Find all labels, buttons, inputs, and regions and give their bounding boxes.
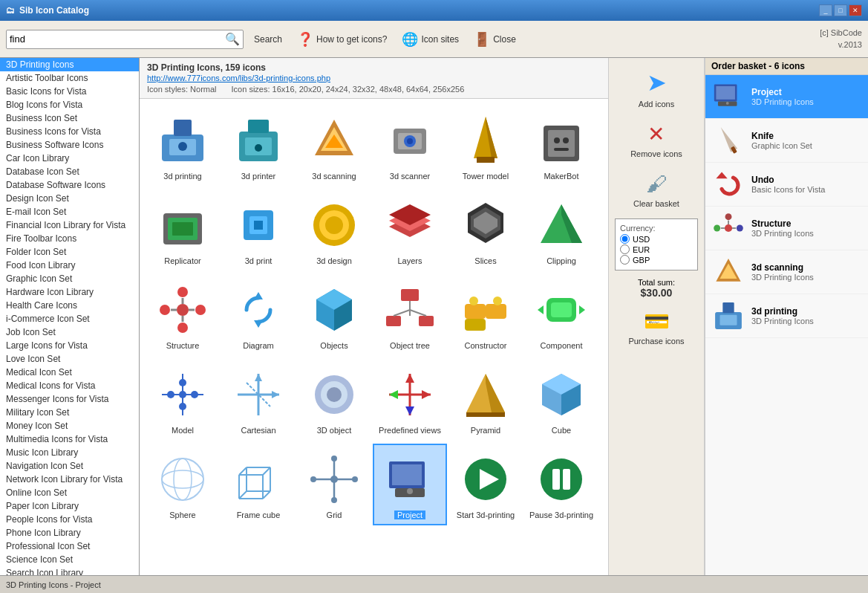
clear-basket-button[interactable]: 🖌 Clear basket <box>630 169 682 211</box>
sidebar-item[interactable]: Business Icons for Vista <box>0 125 139 138</box>
sidebar-item[interactable]: People Icons for Vista <box>0 513 139 526</box>
icon-item[interactable]: Sphere <box>146 444 220 525</box>
sidebar-item[interactable]: Search Icon Library <box>0 566 139 575</box>
icon-item[interactable]: Pause 3d-printing <box>524 444 598 525</box>
icon-item[interactable]: Cube <box>524 359 598 441</box>
sidebar[interactable]: 3D Printing IconsArtistic Toolbar IconsB… <box>0 58 140 575</box>
basket-item[interactable]: Structure3D Printing Icons <box>705 207 868 250</box>
search-button[interactable]: Search <box>249 31 287 48</box>
sidebar-item[interactable]: Messenger Icons for Vista <box>0 392 139 406</box>
howto-button[interactable]: ❓ How to get icons? <box>293 28 391 51</box>
sidebar-item[interactable]: Large Icons for Vista <box>0 339 139 352</box>
usd-option[interactable]: USD <box>620 234 693 244</box>
sidebar-item[interactable]: Basic Icons for Vista <box>0 85 139 98</box>
sidebar-item[interactable]: Military Icon Set <box>0 406 139 419</box>
remove-icons-button[interactable]: ✕ Remove icons <box>627 119 685 161</box>
sidebar-item[interactable]: 3D Printing Icons <box>0 58 139 71</box>
icon-item[interactable]: Grid <box>297 444 371 525</box>
icon-item[interactable]: 3d printing <box>146 105 220 187</box>
gbp-option[interactable]: GBP <box>620 255 693 265</box>
icon-item[interactable]: 3D object <box>297 359 371 441</box>
gbp-radio[interactable] <box>620 255 630 265</box>
sidebar-item[interactable]: Network Icon Library for Vista <box>0 473 139 486</box>
icon-item[interactable]: Constructor <box>448 274 523 356</box>
close-button[interactable]: 🚪 Close <box>469 28 521 51</box>
sidebar-item[interactable]: Science Icon Set <box>0 553 139 566</box>
icon-item[interactable]: Cartesian <box>221 359 296 441</box>
icon-item[interactable]: Slices <box>448 189 523 271</box>
icon-item[interactable]: 3d print <box>221 189 296 271</box>
eur-option[interactable]: EUR <box>620 244 693 254</box>
icon-item[interactable]: 3d printer <box>221 105 296 187</box>
sidebar-item[interactable]: Health Care Icons <box>0 299 139 312</box>
sidebar-item[interactable]: Multimedia Icons for Vista <box>0 432 139 446</box>
sidebar-item[interactable]: Business Software Icons <box>0 138 139 152</box>
icon-item[interactable]: Pyramid <box>448 359 523 441</box>
icon-item[interactable]: Replicator <box>146 189 220 271</box>
basket-item[interactable]: 3d printing3D Printing Icons <box>705 294 868 338</box>
sidebar-item[interactable]: Database Software Icons <box>0 178 139 192</box>
sidebar-item[interactable]: Phone Icon Library <box>0 526 139 539</box>
sidebar-item[interactable]: Folder Icon Set <box>0 245 139 259</box>
sidebar-item[interactable]: Job Icon Set <box>0 325 139 339</box>
sidebar-item[interactable]: E-mail Icon Set <box>0 205 139 218</box>
sidebar-item[interactable]: Database Icon Set <box>0 165 139 178</box>
sidebar-item[interactable]: Fire Toolbar Icons <box>0 232 139 245</box>
sidebar-item[interactable]: Medical Icons for Vista <box>0 379 139 392</box>
sidebar-item[interactable]: Money Icon Set <box>0 419 139 432</box>
eur-radio[interactable] <box>620 244 630 254</box>
sidebar-item[interactable]: Business Icon Set <box>0 111 139 125</box>
sidebar-item[interactable]: Design Icon Set <box>0 192 139 205</box>
icon-label: 3d printer <box>241 172 275 181</box>
icon-item[interactable]: 3d scanning <box>297 105 371 187</box>
icon-item[interactable]: Start 3d-printing <box>448 444 523 525</box>
sidebar-item[interactable]: Hardware Icon Library <box>0 285 139 299</box>
sidebar-item[interactable]: Car Icon Library <box>0 152 139 165</box>
basket-item-info: 3d scanning3D Printing Icons <box>751 262 864 282</box>
icon-item[interactable]: MakerBot <box>524 105 598 187</box>
icon-item[interactable]: 3d design <box>297 189 371 271</box>
icon-item[interactable]: Clipping <box>524 189 598 271</box>
icon-item[interactable]: Diagram <box>221 274 296 356</box>
add-icons-button[interactable]: ➤ Add icons <box>636 65 677 111</box>
sidebar-item[interactable]: Paper Icon Library <box>0 499 139 513</box>
basket-item[interactable]: UndoBasic Icons for Vista <box>705 163 868 207</box>
purchase-icons-button[interactable]: 💳 Purchase icons <box>625 306 687 349</box>
close-window-button[interactable]: ✕ <box>849 4 862 16</box>
icon-item[interactable]: Project <box>373 444 447 525</box>
icon-label: Predefined views <box>379 426 441 435</box>
icon-item[interactable]: Component <box>524 274 598 356</box>
icon-item[interactable]: Predefined views <box>373 359 447 441</box>
sidebar-item[interactable]: Financial Icon Library for Vista <box>0 218 139 232</box>
search-input[interactable] <box>10 33 225 45</box>
icon-item[interactable]: Tower model <box>448 105 523 187</box>
collection-url[interactable]: http://www.777icons.com/libs/3d-printing… <box>147 74 330 82</box>
sidebar-item[interactable]: Online Icon Set <box>0 486 139 499</box>
icon-item[interactable]: Layers <box>373 189 447 271</box>
basket-item[interactable]: Project3D Printing Icons <box>705 75 868 119</box>
icon-item[interactable]: Frame cube <box>221 444 296 525</box>
icon-item[interactable]: Object tree <box>373 274 447 356</box>
sidebar-item[interactable]: Music Icon Library <box>0 446 139 459</box>
maximize-button[interactable]: □ <box>834 4 847 16</box>
icon-item[interactable]: Objects <box>297 274 371 356</box>
icon-item[interactable]: Structure <box>146 274 220 356</box>
sidebar-item[interactable]: Blog Icons for Vista <box>0 98 139 111</box>
icon-item[interactable]: Model <box>146 359 220 441</box>
svg-point-124 <box>541 458 582 500</box>
sidebar-item[interactable]: Love Icon Set <box>0 352 139 366</box>
sidebar-item[interactable]: Food Icon Library <box>0 259 139 272</box>
svg-point-31 <box>325 216 343 234</box>
basket-item[interactable]: 3d scanning3D Printing Icons <box>705 250 868 294</box>
sidebar-item[interactable]: Professional Icon Set <box>0 539 139 553</box>
usd-radio[interactable] <box>620 234 630 244</box>
sidebar-item[interactable]: Navigation Icon Set <box>0 459 139 473</box>
sidebar-item[interactable]: Artistic Toolbar Icons <box>0 71 139 85</box>
icon-item[interactable]: 3d scanner <box>373 105 447 187</box>
sidebar-item[interactable]: Medical Icon Set <box>0 366 139 379</box>
sidebar-item[interactable]: i-Commerce Icon Set <box>0 312 139 325</box>
iconsites-button[interactable]: 🌐 Icon sites <box>397 28 463 51</box>
minimize-button[interactable]: _ <box>819 4 832 16</box>
basket-item[interactable]: KnifeGraphic Icon Set <box>705 119 868 163</box>
sidebar-item[interactable]: Graphic Icon Set <box>0 272 139 285</box>
